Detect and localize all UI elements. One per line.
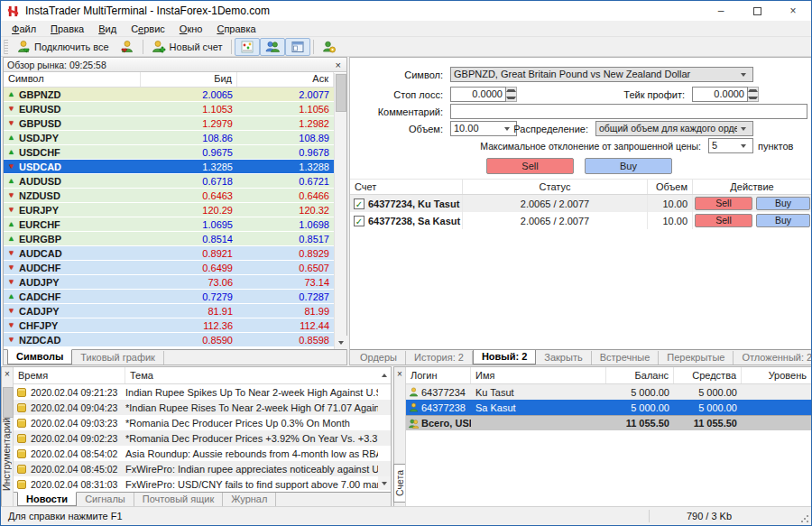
account-row-selected[interactable]: 64377238 Sa Kasut 5 000.00 5 000.00 [406, 400, 811, 415]
tab-journal[interactable]: Журнал [223, 493, 276, 506]
tab-new[interactable]: Новый: 2 [473, 349, 536, 365]
maximize-button[interactable] [739, 1, 775, 21]
column-status[interactable]: Статус [463, 180, 648, 194]
chevron-down-icon[interactable] [501, 122, 513, 135]
market-row-usdchf[interactable]: ▲USDCHF0.96750.9678 [4, 145, 346, 160]
column-volume[interactable]: Объем [648, 180, 693, 194]
column-login[interactable]: Логин [406, 367, 471, 383]
scrollbar-down-icon[interactable] [335, 336, 347, 349]
market-row-cadjpy[interactable]: ▼CADJPY81.9181.99 [4, 304, 346, 318]
menu-help[interactable]: Справка [209, 21, 263, 37]
toggle-market-watch-button[interactable] [235, 38, 260, 56]
new-account-button[interactable]: Новый счет [146, 38, 228, 56]
tab-overlapped[interactable]: Перекрытые [659, 351, 734, 365]
chevron-down-icon[interactable] [737, 68, 750, 81]
resize-grip[interactable] [800, 514, 809, 523]
tab-history[interactable]: История: 2 [406, 351, 473, 365]
connect-all-button[interactable]: Подключить все [11, 38, 115, 56]
tab-close[interactable]: Закрыть [536, 351, 591, 365]
comment-input[interactable] [450, 104, 807, 119]
row-sell-button[interactable]: Sell [695, 214, 752, 227]
market-row-audchf[interactable]: ▼AUDCHF0.64990.6507 [4, 261, 346, 275]
row-buy-button[interactable]: Buy [756, 197, 810, 210]
column-time[interactable]: Время [14, 367, 125, 383]
stop-loss-input[interactable]: 0.0000 [450, 87, 506, 102]
minimize-button[interactable]: – [703, 1, 739, 21]
column-bid[interactable]: Бид [141, 72, 237, 87]
market-row-audusd[interactable]: ▲AUDUSD0.67180.6721 [4, 174, 346, 189]
market-row-nzdcad[interactable]: ▼NZDCAD0.85900.8598 [4, 333, 346, 347]
market-row-nzdusd[interactable]: ▼NZDUSD0.64630.6466 [4, 189, 346, 203]
tab-pending[interactable]: Отложенный: 2 [734, 351, 811, 365]
deviation-combobox[interactable]: 5 [708, 138, 753, 153]
column-account[interactable]: Счет [350, 180, 463, 194]
column-name[interactable]: Имя [471, 367, 606, 383]
news-row[interactable]: 2020.02.04 09:21:23Indian Rupee Spikes U… [14, 384, 391, 400]
account-settings-button[interactable] [317, 38, 342, 56]
news-row[interactable]: 2020.02.04 09:04:23*Indian Rupee Rises T… [14, 400, 391, 415]
column-equity[interactable]: Средства [674, 367, 742, 383]
column-balance[interactable]: Баланс [606, 367, 674, 383]
market-watch-close-icon[interactable]: × [334, 60, 343, 69]
checkbox-checked-icon[interactable]: ✓ [354, 198, 364, 209]
toggle-toolbox-button[interactable] [285, 38, 310, 56]
chevron-down-icon[interactable] [737, 122, 750, 135]
menu-window[interactable]: Окно [172, 21, 210, 37]
distribution-combobox[interactable]: общий объем для каждого ордера [595, 121, 753, 136]
tab-counter[interactable]: Встречные [592, 351, 660, 365]
stop-loss-spinner[interactable] [506, 87, 517, 102]
sell-button[interactable]: Sell [486, 158, 574, 174]
scrollbar-thumb[interactable] [336, 74, 346, 112]
market-row-eurgbp[interactable]: ▲EURGBP0.85140.8517 [4, 232, 346, 246]
market-row-eurjpy[interactable]: ▼EURJPY120.29120.32 [4, 203, 346, 217]
order-account-row[interactable]: ✓64377238, Sa Kasut 2.0065 / 2.0077 10.0… [350, 212, 811, 229]
row-sell-button[interactable]: Sell [695, 197, 752, 210]
market-row-gbpnzd[interactable]: ▲GBPNZD2.00652.0077 [4, 88, 346, 102]
menu-file[interactable]: Файл [5, 21, 43, 37]
tab-signals[interactable]: Сигналы [77, 493, 134, 506]
disconnect-button[interactable] [115, 38, 140, 56]
column-level[interactable]: Уровень [742, 367, 811, 383]
column-topic[interactable]: Тема [125, 367, 378, 383]
market-row-eurchf[interactable]: ▲EURCHF1.06951.0698 [4, 217, 346, 232]
menu-edit[interactable]: Правка [43, 21, 91, 37]
menu-view[interactable]: Вид [91, 21, 124, 37]
news-row[interactable]: 2020.02.04 08:54:02Asia Roundup: Aussie … [14, 446, 391, 461]
market-row-audcad[interactable]: ▼AUDCAD0.89210.8929 [4, 246, 346, 261]
news-row[interactable]: 2020.02.04 08:31:03FxWirePro: USD/CNY fa… [14, 476, 391, 492]
symbol-combobox[interactable]: GBPNZD, Great Britain Pound vs New Zeala… [450, 67, 753, 82]
market-row-cadchf[interactable]: ▲CADCHF0.72790.7287 [4, 290, 346, 304]
tab-symbols[interactable]: Символы [7, 349, 72, 365]
account-row[interactable]: 64377234 Ku Tasut 5 000.00 5 000.00 [406, 384, 811, 400]
market-row-usdjpy[interactable]: ▲USDJPY108.86108.89 [4, 131, 346, 145]
news-row[interactable]: 2020.02.04 08:45:02FxWirePro: Indian rup… [14, 461, 391, 476]
scrollbar-up-icon[interactable] [378, 367, 391, 383]
row-buy-button[interactable]: Buy [756, 214, 810, 227]
toolbar-grip[interactable] [4, 40, 8, 54]
buy-button[interactable]: Buy [585, 158, 672, 174]
column-symbol[interactable]: Символ [4, 72, 141, 87]
checkbox-checked-icon[interactable]: ✓ [354, 216, 364, 226]
tab-orders[interactable]: Ордеры [352, 351, 406, 365]
accounts-side-tab[interactable]: Счета [393, 464, 405, 503]
toggle-accounts-button[interactable] [260, 38, 285, 56]
news-row[interactable]: 2020.02.04 09:03:23*Romania Dec Producer… [14, 415, 391, 430]
menu-service[interactable]: Сервис [124, 21, 172, 37]
volume-combobox[interactable]: 10.00 [450, 121, 517, 136]
market-row-usdcad-selected[interactable]: ▼USDCAD1.32851.3288 [4, 160, 346, 174]
take-profit-spinner[interactable] [748, 87, 759, 102]
news-row[interactable]: 2020.02.04 09:02:23*Romania Dec Producer… [14, 430, 391, 446]
market-row-gbpusd[interactable]: ▼GBPUSD1.29791.2982 [4, 116, 346, 131]
tab-mailbox[interactable]: Почтовый ящик [134, 493, 223, 506]
market-row-eurusd[interactable]: ▼EURUSD1.10531.1056 [4, 102, 346, 116]
take-profit-input[interactable]: 0.0000 [692, 87, 748, 102]
close-button[interactable]: × [775, 1, 811, 21]
market-row-chfjpy[interactable]: ▼CHFJPY112.36112.44 [4, 318, 346, 333]
chevron-down-icon[interactable] [737, 139, 750, 152]
order-account-row[interactable]: ✓64377234, Ku Tasut 2.0065 / 2.0077 10.0… [350, 195, 811, 212]
accounts-close-icon[interactable]: × [394, 369, 405, 379]
column-ask[interactable]: Аск [237, 72, 334, 87]
tab-tick-chart[interactable]: Тиковый график [72, 351, 164, 365]
market-watch-scrollbar[interactable] [334, 73, 346, 349]
tab-news[interactable]: Новости [17, 492, 77, 506]
